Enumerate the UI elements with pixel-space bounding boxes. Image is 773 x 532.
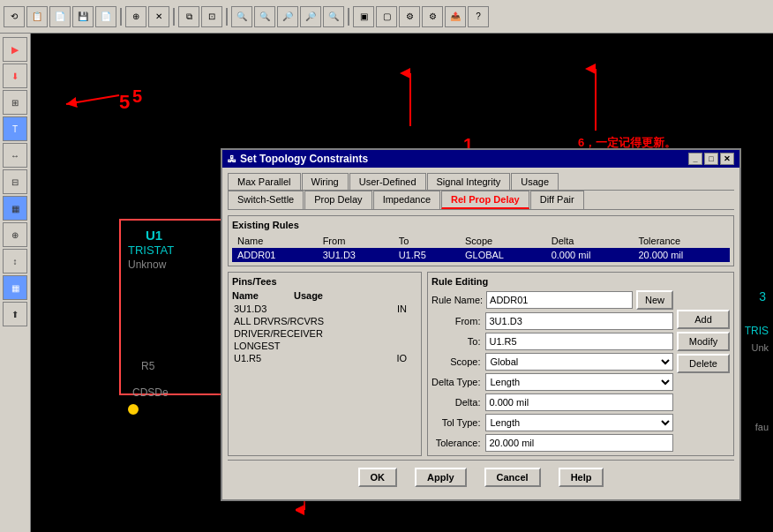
- to-input[interactable]: [485, 333, 673, 350]
- toolbar-btn-20[interactable]: ?: [468, 6, 489, 27]
- minimize-button[interactable]: _: [688, 153, 702, 165]
- pin-name-3: DRIVER/RECEIVER: [234, 328, 323, 339]
- rule-name-label: Rule Name:: [432, 295, 483, 305]
- cell-name: ADDR01: [232, 248, 318, 262]
- sidebar-btn-10[interactable]: ▦: [3, 275, 27, 300]
- toolbar-btn-14[interactable]: 🔍: [323, 6, 344, 27]
- list-item[interactable]: DRIVER/RECEIVER: [232, 327, 417, 340]
- rule-name-input[interactable]: [486, 291, 633, 309]
- tab-row-2: Switch-Settle Prop Delay Impedance Rel P…: [228, 191, 734, 210]
- tab-prop-delay[interactable]: Prop Delay: [304, 191, 371, 209]
- from-input[interactable]: [485, 312, 673, 330]
- cell-to: U1.R5: [394, 248, 460, 262]
- col-to: To: [394, 234, 460, 248]
- list-item[interactable]: U1.R5 IO: [232, 352, 417, 364]
- toolbar-btn-11[interactable]: 🔍: [254, 6, 275, 27]
- col-delta: Delta: [546, 234, 634, 248]
- maximize-button[interactable]: □: [704, 153, 718, 165]
- add-button[interactable]: Add: [677, 310, 730, 329]
- sidebar-btn-8[interactable]: ⊕: [3, 222, 27, 247]
- tab-container: Max Parallel Wiring User-Defined Signal …: [228, 173, 734, 210]
- toolbar-btn-15[interactable]: ▣: [353, 6, 374, 27]
- sidebar-btn-2[interactable]: ⬇: [3, 64, 27, 88]
- sep2: [173, 8, 175, 26]
- pcb-canvas: U1 TRISTAT Unknow R5 CDSDe 5 5 1 6，一定记得更…: [31, 34, 773, 532]
- right-unk: Unk: [751, 342, 769, 353]
- toolbar-btn-2[interactable]: 📋: [26, 6, 48, 27]
- toolbar-btn-4[interactable]: 💾: [72, 6, 94, 27]
- new-button[interactable]: New: [636, 290, 673, 310]
- toolbar-btn-16[interactable]: ▢: [376, 6, 397, 27]
- cell-delta: 0.000 mil: [546, 248, 634, 262]
- sidebar-btn-5[interactable]: ↔: [3, 143, 27, 168]
- tolerance-input[interactable]: [485, 434, 673, 452]
- to-label: To:: [432, 336, 480, 347]
- bottom-section: Pins/Tees Name Usage 3U1.D3 IN ALL DRVRS…: [228, 272, 734, 456]
- toolbar-btn-6[interactable]: ⊕: [125, 6, 146, 27]
- tab-impedance[interactable]: Impedance: [373, 191, 440, 209]
- toolbar-btn-13[interactable]: 🔎: [300, 6, 321, 27]
- tab-wiring[interactable]: Wiring: [302, 173, 349, 190]
- tab-max-parallel[interactable]: Max Parallel: [228, 173, 301, 190]
- sidebar-btn-3[interactable]: ⊞: [3, 90, 27, 115]
- cell-from: 3U1.D3: [318, 248, 394, 262]
- sep4: [348, 8, 349, 26]
- delta-type-select[interactable]: Length: [485, 373, 673, 391]
- modify-button[interactable]: Modify: [677, 332, 730, 351]
- toolbar-btn-12[interactable]: 🔎: [277, 6, 298, 27]
- delta-input[interactable]: [485, 393, 673, 411]
- sidebar-btn-1[interactable]: ▶: [3, 37, 27, 62]
- svg-line-0: [66, 95, 119, 104]
- pin-name-5: U1.R5: [234, 353, 261, 363]
- pins-list-header: Name Usage: [232, 290, 417, 301]
- pins-col-name: Name: [232, 290, 259, 301]
- toolbar-btn-8[interactable]: ⧉: [178, 6, 199, 27]
- toolbar: ⟲ 📋 📄 💾 📄 ⊕ ✕ ⧉ ⊡ 🔍 🔍 🔎 🔎 🔍 ▣ ▢ ⚙ ⚙ 📤 ?: [0, 0, 773, 34]
- rule-form: From: To: Scope: Global Delta Type:: [432, 312, 673, 452]
- sidebar-btn-6[interactable]: ⊟: [3, 169, 27, 194]
- sep3: [226, 8, 228, 26]
- toolbar-btn-18[interactable]: ⚙: [422, 6, 443, 27]
- list-item[interactable]: ALL DRVRS/RCVRS: [232, 315, 417, 327]
- table-row[interactable]: ADDR01 3U1.D3 U1.R5 GLOBAL 0.000 mil 20.…: [232, 248, 730, 262]
- r5-label: R5: [141, 360, 154, 372]
- pins-list: 3U1.D3 IN ALL DRVRS/RCVRS DRIVER/RECEIVE…: [232, 303, 417, 364]
- pins-tees-section: Pins/Tees Name Usage 3U1.D3 IN ALL DRVRS…: [228, 272, 422, 456]
- tab-rel-prop-delay[interactable]: Rel Prop Delay: [441, 191, 529, 209]
- toolbar-btn-9[interactable]: ⊡: [201, 6, 222, 27]
- tab-usage[interactable]: Usage: [511, 173, 559, 190]
- toolbar-btn-3[interactable]: 📄: [49, 6, 71, 27]
- col-tolerance: Tolerance: [633, 234, 730, 248]
- toolbar-btn-5[interactable]: 📄: [95, 6, 116, 27]
- rule-editing-section: Rule Editing Rule Name: New From:: [427, 272, 734, 456]
- list-item[interactable]: 3U1.D3 IN: [232, 303, 417, 315]
- sidebar-btn-4[interactable]: T: [3, 116, 27, 141]
- tab-user-defined[interactable]: User-Defined: [349, 173, 426, 190]
- scope-select[interactable]: Global: [485, 353, 673, 371]
- delete-button[interactable]: Delete: [677, 354, 730, 373]
- sidebar-btn-7[interactable]: ▦: [3, 196, 27, 221]
- toolbar-btn-7[interactable]: ✕: [148, 6, 169, 27]
- help-button[interactable]: Help: [559, 468, 604, 487]
- ok-button[interactable]: OK: [358, 468, 398, 487]
- toolbar-btn-17[interactable]: ⚙: [399, 6, 420, 27]
- cancel-button[interactable]: Cancel: [484, 468, 541, 487]
- rules-header-row: Name From To Scope Delta Tolerance: [232, 234, 730, 248]
- pin-usage-1: IN: [397, 303, 407, 314]
- sidebar-btn-11[interactable]: ⬆: [3, 302, 27, 326]
- dialog-title: Set Topology Constraints: [240, 153, 368, 165]
- left-sidebar: ▶ ⬇ ⊞ T ↔ ⊟ ▦ ⊕ ↕ ▦ ⬆: [0, 34, 31, 532]
- col-from: From: [318, 234, 394, 248]
- toolbar-btn-10[interactable]: 🔍: [231, 6, 252, 27]
- toolbar-btn-19[interactable]: 📤: [445, 6, 466, 27]
- apply-button[interactable]: Apply: [415, 468, 467, 487]
- tab-switch-settle[interactable]: Switch-Settle: [228, 191, 304, 209]
- tab-diff-pair[interactable]: Diff Pair: [530, 191, 584, 209]
- sidebar-btn-9[interactable]: ↕: [3, 249, 27, 273]
- tol-type-select[interactable]: Length: [485, 414, 673, 431]
- toolbar-btn-1[interactable]: ⟲: [4, 6, 25, 27]
- rule-name-row: Rule Name: New: [432, 290, 673, 310]
- list-item[interactable]: LONGEST: [232, 340, 417, 352]
- close-button[interactable]: ✕: [720, 153, 734, 165]
- tab-signal-integrity[interactable]: Signal Integrity: [427, 173, 511, 190]
